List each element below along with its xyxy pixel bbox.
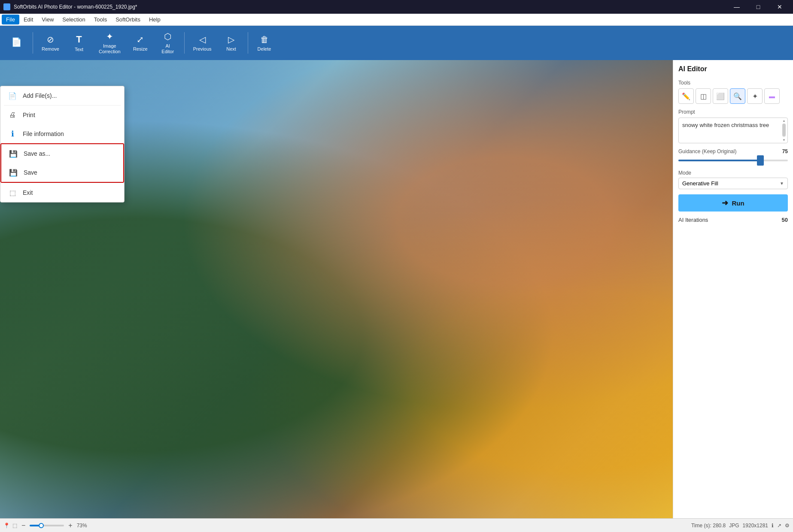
tools-section: Tools ✏️ ◫ ⬜ 🔍 ✦ ▬ bbox=[678, 80, 788, 104]
save-menu-icon: 💾 bbox=[8, 167, 18, 178]
run-label: Run bbox=[732, 200, 744, 207]
mode-select-value: Generative Fill bbox=[682, 180, 718, 187]
next-label: Next bbox=[226, 46, 236, 51]
remove-icon: ⊘ bbox=[47, 34, 54, 45]
image-correction-label: ImageCorrection bbox=[99, 43, 121, 54]
zoom-minus-button[interactable]: − bbox=[20, 522, 27, 529]
menu-file[interactable]: File bbox=[2, 15, 19, 24]
tools-label: Tools bbox=[678, 80, 788, 86]
guidance-section: Guidance (Keep Original) 75 bbox=[678, 148, 788, 165]
ai-editor-label: AIEditor bbox=[161, 43, 174, 54]
guidance-row: Guidance (Keep Original) 75 bbox=[678, 148, 788, 154]
eraser-tool-button[interactable]: ◫ bbox=[696, 88, 711, 104]
scroll-up-arrow[interactable]: ▲ bbox=[782, 119, 786, 123]
mode-select[interactable]: Generative Fill ▼ bbox=[678, 178, 788, 189]
title-bar: SoftOrbits AI Photo Editor - woman-60022… bbox=[0, 0, 793, 14]
close-button[interactable]: ✕ bbox=[770, 0, 790, 14]
menu-tools[interactable]: Tools bbox=[90, 15, 111, 24]
text-label: Text bbox=[75, 47, 83, 52]
text-icon: T bbox=[76, 34, 82, 45]
iterations-row: AI Iterations 50 bbox=[678, 217, 788, 223]
save-menu-label: Save bbox=[24, 169, 37, 176]
print-menu-label: Print bbox=[23, 112, 35, 118]
run-button[interactable]: ➜ Run bbox=[678, 194, 788, 212]
dimensions-label: 1920x1281 bbox=[743, 523, 768, 529]
remove-label: Remove bbox=[42, 46, 59, 51]
delete-button[interactable]: 🗑 Delete bbox=[252, 28, 277, 57]
panel-title: AI Editor bbox=[678, 65, 788, 73]
ai-editor-icon: ⬡ bbox=[164, 31, 171, 42]
menu-item-file-info[interactable]: ℹ File information bbox=[0, 124, 124, 143]
delete-icon: 🗑 bbox=[260, 35, 269, 45]
next-icon: ▷ bbox=[228, 34, 234, 45]
guidance-slider-container[interactable] bbox=[678, 156, 788, 165]
menu-view[interactable]: View bbox=[37, 15, 58, 24]
menu-item-save-as[interactable]: 💾 Save as... bbox=[1, 144, 123, 163]
menu-item-save[interactable]: 💾 Save bbox=[1, 163, 123, 182]
previous-icon: ◁ bbox=[199, 34, 206, 45]
menu-edit[interactable]: Edit bbox=[19, 15, 37, 24]
file-dropdown-menu: 📄 Add File(s)... 🖨 Print ℹ File informat… bbox=[0, 86, 125, 203]
image-correction-button[interactable]: ✦ ImageCorrection bbox=[94, 28, 126, 57]
menu-bar: File Edit View Selection Tools SoftOrbit… bbox=[0, 14, 793, 26]
add-files-button[interactable]: 📄 bbox=[3, 28, 29, 57]
scroll-track bbox=[782, 124, 786, 137]
scroll-down-arrow[interactable]: ▼ bbox=[782, 138, 786, 142]
toolbar: 📄 ⊘ Remove T Text ✦ ImageCorrection ⤢ Re… bbox=[0, 26, 793, 60]
star-icon: ✦ bbox=[752, 92, 758, 100]
menu-help[interactable]: Help bbox=[145, 15, 165, 24]
previous-button[interactable]: ◁ Previous bbox=[188, 28, 217, 57]
main-area: 📄 Add File(s)... 🖨 Print ℹ File informat… bbox=[0, 60, 793, 518]
rect-select-icon: ⬜ bbox=[716, 92, 725, 100]
menu-item-add-files[interactable]: 📄 Add File(s)... bbox=[0, 86, 124, 105]
menu-softorbits[interactable]: SoftOrbits bbox=[111, 15, 145, 24]
prompt-area[interactable]: snowy white frozen christmass tree ▲ ▼ bbox=[678, 118, 788, 143]
app-icon bbox=[3, 3, 10, 10]
remove-button[interactable]: ⊘ Remove bbox=[36, 28, 64, 57]
zoom-plus-button[interactable]: + bbox=[67, 522, 74, 529]
text-button[interactable]: T Text bbox=[66, 28, 92, 57]
mode-select-arrow: ▼ bbox=[780, 181, 784, 186]
mode-label: Mode bbox=[678, 170, 691, 176]
rect-select-tool-button[interactable]: ⬜ bbox=[713, 88, 728, 104]
delete-label: Delete bbox=[258, 46, 271, 51]
status-icon-info: ℹ bbox=[772, 523, 774, 529]
brush-tool-button[interactable]: ✏️ bbox=[678, 88, 694, 104]
status-icon-frame: ⬚ bbox=[12, 523, 17, 529]
lasso-tool-button[interactable]: 🔍 bbox=[730, 88, 745, 104]
prompt-text: snowy white frozen christmass tree bbox=[682, 122, 769, 128]
scroll-thumb bbox=[782, 124, 786, 136]
menu-item-print[interactable]: 🖨 Print bbox=[0, 106, 124, 124]
canvas-area[interactable]: 📄 Add File(s)... 🖨 Print ℹ File informat… bbox=[0, 60, 673, 518]
ai-editor-button[interactable]: ⬡ AIEditor bbox=[155, 28, 181, 57]
prompt-scrollbar[interactable]: ▲ ▼ bbox=[781, 119, 787, 142]
exit-menu-label: Exit bbox=[23, 189, 33, 196]
lasso-icon: 🔍 bbox=[733, 92, 742, 100]
run-arrow-icon: ➜ bbox=[722, 198, 728, 208]
star-tool-button[interactable]: ✦ bbox=[747, 88, 763, 104]
toolbar-separator-2 bbox=[184, 32, 185, 54]
save-group: 💾 Save as... 💾 Save bbox=[0, 143, 124, 183]
zoom-value: 73% bbox=[77, 523, 87, 529]
status-icon-settings: ⚙ bbox=[785, 523, 790, 529]
next-button[interactable]: ▷ Next bbox=[219, 28, 244, 57]
file-info-menu-label: File information bbox=[23, 130, 64, 137]
zoom-slider-wrapper[interactable] bbox=[30, 525, 64, 526]
status-right: Time (s): 280.8 JPG 1920x1281 ℹ ↗ ⚙ bbox=[691, 523, 790, 529]
menu-item-exit[interactable]: ⬚ Exit bbox=[0, 183, 124, 202]
menu-selection[interactable]: Selection bbox=[58, 15, 89, 24]
resize-label: Resize bbox=[133, 46, 148, 51]
status-icon-share: ↗ bbox=[777, 523, 781, 529]
mode-row: Mode bbox=[678, 170, 788, 176]
resize-button[interactable]: ⤢ Resize bbox=[128, 28, 153, 57]
maximize-button[interactable]: □ bbox=[748, 0, 768, 14]
paint-tool-button[interactable]: ▬ bbox=[764, 88, 780, 104]
guidance-slider-track bbox=[678, 160, 788, 161]
save-as-menu-icon: 💾 bbox=[8, 148, 18, 159]
add-files-icon: 📄 bbox=[11, 37, 22, 47]
minimize-button[interactable]: — bbox=[727, 0, 747, 14]
resize-icon: ⤢ bbox=[137, 34, 144, 45]
guidance-label: Guidance (Keep Original) bbox=[678, 148, 736, 154]
guidance-slider-thumb[interactable] bbox=[757, 155, 764, 166]
brush-icon: ✏️ bbox=[682, 92, 690, 100]
